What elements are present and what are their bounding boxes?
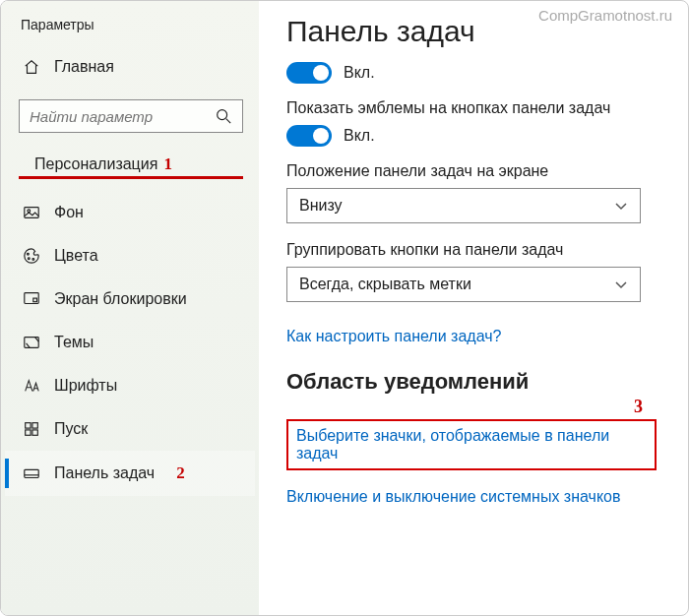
setting-position-label: Положение панели задач на экране <box>286 162 664 180</box>
sidebar: Параметры Главная Персонализация 1 Фон <box>1 1 259 615</box>
sidebar-item-background[interactable]: Фон <box>5 191 255 234</box>
svg-point-5 <box>28 258 30 260</box>
link-select-icons[interactable]: Выберите значки, отображаемые в панели з… <box>296 427 647 462</box>
sidebar-item-label: Цвета <box>54 247 98 265</box>
picture-icon <box>23 204 40 221</box>
svg-rect-11 <box>32 423 37 428</box>
toggle-switch-1[interactable] <box>286 62 332 84</box>
sidebar-home[interactable]: Главная <box>5 48 255 86</box>
svg-rect-8 <box>33 298 37 302</box>
select-grouping[interactable]: Всегда, скрывать метки <box>286 267 641 302</box>
search-input-wrapper[interactable] <box>19 99 243 133</box>
sidebar-section-personalization: Персонализация 1 <box>19 151 243 179</box>
toggle-lock-taskbar-row: Вкл. <box>286 62 664 84</box>
window-title: Параметры <box>21 17 255 32</box>
sidebar-home-label: Главная <box>54 58 114 76</box>
home-icon <box>23 58 40 76</box>
setting-badges-label: Показать эмблемы на кнопках панели задач <box>286 99 664 117</box>
annotation-highlight-box: Выберите значки, отображаемые в панели з… <box>286 419 657 470</box>
sidebar-item-label: Фон <box>54 204 84 221</box>
annotation-3-wrap: 3 <box>286 397 664 417</box>
svg-rect-2 <box>25 208 38 218</box>
sidebar-item-colors[interactable]: Цвета <box>5 234 255 277</box>
toggle-badges-row: Вкл. <box>286 125 664 147</box>
svg-point-4 <box>28 253 30 255</box>
sidebar-item-start[interactable]: Пуск <box>5 407 255 451</box>
sidebar-item-label: Панель задач <box>54 464 155 482</box>
sidebar-item-fonts[interactable]: Шрифты <box>5 364 255 407</box>
annotation-1: 1 <box>163 154 172 174</box>
taskbar-icon <box>23 464 40 482</box>
sidebar-item-themes[interactable]: Темы <box>5 321 255 364</box>
start-icon <box>23 420 40 438</box>
palette-icon <box>23 247 40 265</box>
svg-rect-10 <box>26 423 31 428</box>
select-value: Внизу <box>299 197 343 215</box>
toggle-label: Вкл. <box>344 127 375 145</box>
svg-point-3 <box>28 210 31 213</box>
sidebar-item-label: Шрифты <box>54 377 117 395</box>
sidebar-item-label: Темы <box>54 334 94 351</box>
svg-rect-13 <box>32 430 37 435</box>
select-taskbar-position[interactable]: Внизу <box>286 188 641 223</box>
sidebar-item-label: Пуск <box>54 420 88 438</box>
chevron-down-icon <box>614 199 628 213</box>
svg-line-1 <box>226 119 231 124</box>
sidebar-item-lockscreen[interactable]: Экран блокировки <box>5 277 255 321</box>
setting-grouping-label: Группировать кнопки на панели задач <box>286 241 664 259</box>
themes-icon <box>23 334 40 351</box>
chevron-down-icon <box>614 277 628 291</box>
svg-rect-14 <box>25 469 38 477</box>
annotation-2: 2 <box>176 463 185 483</box>
link-system-icons[interactable]: Включение и выключение системных значков <box>286 488 620 506</box>
notification-area-title: Область уведомлений <box>286 369 664 395</box>
toggle-label: Вкл. <box>344 64 375 82</box>
select-value: Всегда, скрывать метки <box>299 276 471 293</box>
svg-point-6 <box>32 259 34 261</box>
main-panel: CompGramotnost.ru Панель задач Вкл. Пока… <box>259 1 688 615</box>
sidebar-section-label: Персонализация <box>34 155 157 173</box>
search-input[interactable] <box>30 108 207 125</box>
sidebar-item-taskbar[interactable]: Панель задач 2 <box>5 451 255 496</box>
svg-rect-12 <box>26 430 31 435</box>
watermark: CompGramotnost.ru <box>538 7 672 24</box>
fonts-icon <box>23 377 40 395</box>
search-icon <box>215 107 232 125</box>
toggle-switch-2[interactable] <box>286 125 332 147</box>
link-how-to-customize[interactable]: Как настроить панели задач? <box>286 328 501 345</box>
sidebar-item-label: Экран блокировки <box>54 290 187 308</box>
lockscreen-icon <box>23 290 40 308</box>
annotation-3: 3 <box>634 397 643 417</box>
svg-point-0 <box>218 110 227 120</box>
